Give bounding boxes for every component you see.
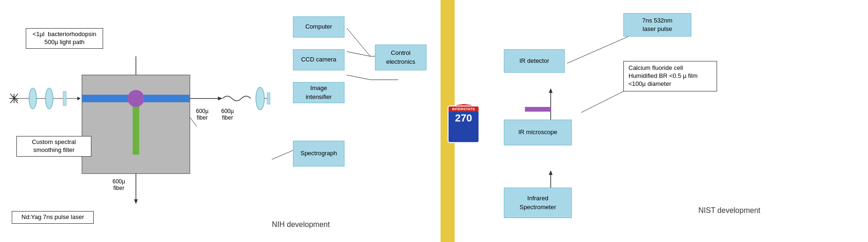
control-electronics-box: Controlelectronics xyxy=(375,45,427,70)
svg-line-27 xyxy=(347,52,370,56)
laser-pulse-box: 7ns 532nmlaser pulse xyxy=(623,13,691,37)
interstate-sign: INTERSTATE 270 xyxy=(448,106,479,143)
svg-line-0 xyxy=(13,96,18,101)
svg-rect-12 xyxy=(63,91,66,106)
svg-point-7 xyxy=(45,88,53,109)
svg-rect-13 xyxy=(82,75,190,174)
svg-rect-14 xyxy=(82,95,190,102)
calcium-fluoride-box: Calcium fluoride cell Humidified BR <0.5… xyxy=(623,61,717,91)
svg-marker-11 xyxy=(77,97,81,100)
fiber-label-right: 600µfiber xyxy=(196,108,209,121)
bacteriorhodopsin-label: <1µl bacteriorhodopsin500µ light path xyxy=(26,28,103,49)
svg-line-28 xyxy=(347,75,370,80)
nd-yag-label: Nd:Yag 7ns pulse laser xyxy=(12,211,94,224)
nih-section-label: NIH development xyxy=(272,220,330,229)
svg-marker-38 xyxy=(549,170,553,175)
ir-detector-box: IR detector xyxy=(504,49,565,73)
diagram-container: <1µl bacteriorhodopsin500µ light path Cu… xyxy=(0,0,868,242)
diagram-svg xyxy=(0,0,868,242)
image-intensifier-box: Image intensifier xyxy=(293,82,344,103)
fiber-label-bottom: 600µfiber xyxy=(112,178,125,191)
svg-marker-20 xyxy=(218,97,223,100)
custom-filter-label: Custom spectralsmoothing filter xyxy=(16,136,91,157)
svg-point-16 xyxy=(127,90,144,107)
svg-rect-15 xyxy=(133,94,139,155)
infrared-spectrometer-box: InfraredSpectrometer xyxy=(504,188,572,218)
computer-box: Computer xyxy=(293,16,344,38)
nist-section-label: NIST development xyxy=(698,206,760,215)
svg-marker-18 xyxy=(134,199,138,204)
svg-rect-22 xyxy=(267,93,270,104)
svg-point-5 xyxy=(29,88,37,109)
svg-point-21 xyxy=(256,87,264,110)
ccd-camera-box: CCD camera xyxy=(293,49,344,70)
fiber-label-output: 600µfiber xyxy=(221,108,234,121)
svg-line-4 xyxy=(10,94,18,103)
svg-line-26 xyxy=(347,28,370,56)
svg-rect-39 xyxy=(525,107,551,112)
svg-marker-36 xyxy=(549,88,553,93)
spectrograph-box: Spectrograph xyxy=(293,141,344,166)
ir-microscope-box: IR microscope xyxy=(504,120,572,145)
svg-line-3 xyxy=(10,94,18,103)
